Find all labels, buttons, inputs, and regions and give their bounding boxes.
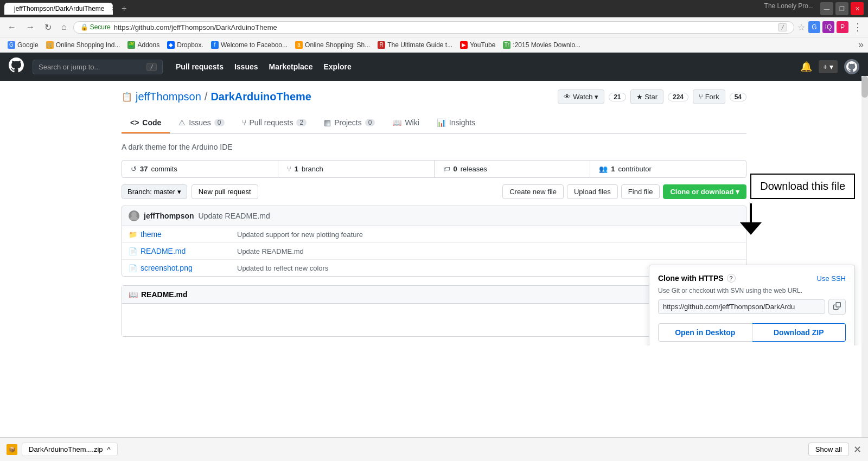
insights-icon: 📊 [437,118,446,127]
browser-tab[interactable]: jeffThompson/DarkArduiTheme ✕ [4,3,113,15]
nav-issues[interactable]: Issues [234,62,258,71]
github-header-right: 🔔 + ▾ [800,59,859,74]
folder-icon: 📁 [129,230,137,239]
use-ssh-link[interactable]: Use SSH [817,274,846,283]
maximize-button[interactable]: ❐ [835,2,848,15]
scrollbar[interactable] [861,76,868,345]
more-bookmarks-button[interactable]: » [858,39,864,50]
repo-tabs: <> Code ⚠ Issues 0 ⑂ Pull requests 2 ▦ P… [122,113,746,134]
pr-icon: ⑂ [242,118,246,127]
repo-separator: / [205,91,208,103]
clone-url-input[interactable] [658,299,825,314]
bookmark-star-button[interactable]: ☆ [797,22,805,33]
star-count: 224 [668,93,688,101]
clone-help-icon[interactable]: ? [727,274,736,283]
star-button[interactable]: ★ Star [630,89,663,104]
stat-commits[interactable]: ↺ 37 commits [122,161,278,177]
tab-wiki[interactable]: 📖 Wiki [384,113,427,133]
nav-marketplace[interactable]: Marketplace [269,62,313,71]
tab-projects[interactable]: ▦ Projects 0 [315,113,384,133]
repo-owner-link[interactable]: jeffThompson [136,91,201,103]
bookmark-addons[interactable]: 🧩 Addons [124,40,163,50]
refresh-button[interactable]: ↻ [41,21,55,34]
browser-menu-button[interactable]: ⋮ [852,20,864,34]
scrollbar-thumb[interactable] [861,76,868,98]
download-zip-button[interactable]: Download ZIP [752,323,846,342]
bookmark-google[interactable]: G Google [4,40,42,50]
clone-dropdown-header: Clone with HTTPS ? Use SSH [658,274,846,283]
projects-badge: 0 [365,119,375,126]
upload-files-button[interactable]: Upload files [567,184,618,199]
clone-dropdown: Clone with HTTPS ? Use SSH Use Git or ch… [649,265,855,345]
bookmark-amazon[interactable]: a Online Shopping: Sh... [292,40,373,50]
svg-marker-2 [740,222,762,235]
annotation-arrow [740,203,762,238]
tab-insights[interactable]: 📊 Insights [428,113,484,133]
address-bar[interactable]: 🔒 Secure https://github.com/jeffThompson… [73,21,794,34]
tab-title: jeffThompson/DarkArduiTheme [14,5,105,12]
new-tab-button[interactable]: + [117,2,131,16]
close-button[interactable]: ✕ [851,2,864,15]
clone-url-row [658,299,846,315]
file-link-theme[interactable]: theme [141,230,162,239]
watch-button[interactable]: 👁 Watch ▾ [558,89,604,104]
tab-issues[interactable]: ⚠ Issues 0 [170,113,233,133]
nav-explore[interactable]: Explore [323,62,351,71]
bookmark-youtube[interactable]: ▶ YouTube [457,40,499,50]
repo-type-icon: 📋 [122,92,132,102]
new-pull-request-button[interactable]: New pull request [192,184,258,199]
browser-title-bar: jeffThompson/DarkArduiTheme ✕ + The Lone… [0,0,868,17]
bookmark-guide[interactable]: R The Ultimate Guide t... [374,40,456,50]
window-title-label: The Lonely Pro... [764,2,814,15]
minimize-button[interactable]: — [820,2,833,15]
ext-icon-iq[interactable]: IQ [822,21,834,33]
commit-header-row: jeffThompson Update README.md [122,206,746,226]
home-button[interactable]: ⌂ [58,21,70,33]
tab-close-icon[interactable]: ✕ [111,5,113,12]
ext-icon-g[interactable]: G [808,21,820,33]
branch-area: Branch: master ▾ New pull request [122,184,258,199]
nav-pull-requests[interactable]: Pull requests [176,62,224,71]
bookmark-shopping[interactable]: 🛒 Online Shopping Ind... [43,40,124,50]
create-new-file-button[interactable]: Create new file [502,184,564,199]
notifications-bell[interactable]: 🔔 [800,61,812,73]
repo-name-link[interactable]: DarkArduinoTheme [210,91,311,103]
ext-icon-p[interactable]: P [837,21,848,33]
forward-button[interactable]: → [23,21,38,33]
fork-button[interactable]: ⑂ Fork [693,89,725,104]
address-text: https://github.com/jeffThompson/DarkArdu… [114,23,775,31]
watch-count: 21 [609,93,626,101]
file-link-readme[interactable]: README.md [141,247,186,255]
clone-action-buttons: Open in Desktop Download ZIP [658,323,846,342]
copy-url-button[interactable] [828,299,846,315]
issues-icon: ⚠ [178,118,186,127]
bookmark-dropbox[interactable]: ◆ Dropbox. [164,40,207,50]
bookmark-facebook[interactable]: f Welcome to Faceboo... [208,40,291,50]
github-logo[interactable] [9,57,24,76]
new-item-button[interactable]: + ▾ [819,60,838,73]
extension-icons: G IQ P [808,21,848,33]
branch-selector[interactable]: Branch: master ▾ [122,184,187,199]
stat-branches[interactable]: ⑂ 1 branch [278,161,435,177]
file-icon-readme: 📄 [129,247,137,255]
tab-code[interactable]: <> Code [122,113,170,133]
commit-username[interactable]: jeffThompson [144,212,194,220]
action-row: Branch: master ▾ New pull request Create… [122,184,746,199]
bookmark-movies[interactable]: Tr :2015 Movies Downlo... [500,40,584,50]
file-name-col-readme: 📄 README.md [129,247,237,255]
commit-avatar [129,210,139,221]
find-file-button[interactable]: Find file [621,184,660,199]
tab-pull-requests[interactable]: ⑂ Pull requests 2 [233,113,316,133]
file-link-screenshot[interactable]: screenshot.png [141,264,193,272]
releases-label: releases [461,165,487,173]
back-button[interactable]: ← [4,21,20,33]
repo-title: 📋 jeffThompson / DarkArduinoTheme [122,91,311,103]
eye-icon: 👁 [564,93,571,101]
github-header: Search or jump to... / Pull requests Iss… [0,53,868,81]
clone-or-download-button[interactable]: Clone or download ▾ [663,184,746,199]
open-in-desktop-button[interactable]: Open in Desktop [658,323,752,342]
github-search[interactable]: Search or jump to... / [33,60,163,74]
stat-releases[interactable]: 🏷 0 releases [435,161,591,177]
stat-contributors[interactable]: 👥 1 contributor [590,161,746,177]
user-avatar[interactable] [844,59,859,74]
